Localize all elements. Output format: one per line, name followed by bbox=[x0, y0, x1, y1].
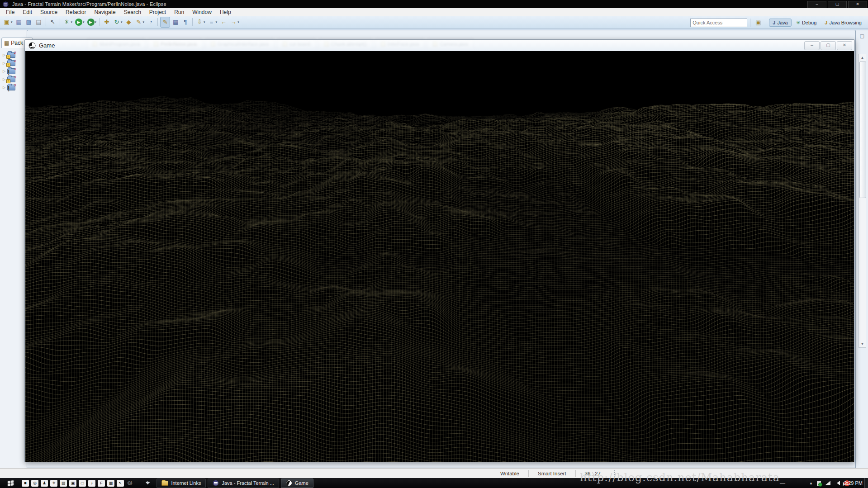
maximize-view-icon[interactable]: ▢ bbox=[860, 33, 864, 39]
project-tree-item[interactable]: ▷ ! bbox=[0, 83, 27, 91]
selection-icon[interactable]: ↖ bbox=[48, 17, 57, 27]
annotate-icon[interactable]: ✎ bbox=[134, 17, 146, 27]
pinned-app-8-icon[interactable]: ♪ bbox=[88, 480, 95, 487]
dropdown-caret-icon bbox=[216, 20, 218, 24]
new-java-project-icon[interactable]: ✚ bbox=[102, 17, 111, 27]
desktop: Java - Fractal Terrain Maker/src/Program… bbox=[0, 0, 868, 488]
print-icon[interactable]: ▤ bbox=[34, 17, 43, 27]
project-tree-item[interactable]: ▷ ! bbox=[0, 67, 27, 75]
show-desktop-button[interactable] bbox=[864, 478, 868, 488]
toolbar-separator bbox=[766, 19, 766, 27]
expand-arrow-icon[interactable]: ▷ bbox=[3, 69, 7, 73]
mark-occurrences-icon[interactable]: ✎ bbox=[160, 17, 170, 28]
perspective-button[interactable]: ✳ Debug bbox=[792, 19, 821, 27]
refresh-icon[interactable]: ↻ bbox=[112, 17, 123, 27]
menu-item[interactable]: Run bbox=[170, 9, 188, 16]
menubar: File Edit Source Refactor Navigate Searc… bbox=[0, 8, 868, 16]
java-project-folder-icon: ! bbox=[7, 85, 15, 90]
package-explorer-panel: ▦ Pack ▷ ! ▷ ! ▷ bbox=[0, 30, 27, 468]
game-close-button[interactable]: ✕ bbox=[837, 41, 852, 50]
quick-access-input[interactable] bbox=[690, 19, 747, 27]
workbench: ▦ Pack ▷ ! ▷ ! ▷ bbox=[0, 28, 868, 468]
terrain-canvas[interactable] bbox=[25, 51, 854, 462]
game-titlebar[interactable]: Game – ▢ ✕ bbox=[25, 40, 854, 52]
history-icon[interactable]: ◔ bbox=[146, 17, 155, 27]
save-all-icon[interactable]: ▩ bbox=[24, 17, 33, 27]
task-label: Internet Links bbox=[171, 480, 201, 486]
task-label: Java - Fractal Terrain ... bbox=[222, 480, 274, 486]
taskbar-task-button[interactable]: Game bbox=[281, 479, 313, 488]
team-icon[interactable]: ◆ bbox=[124, 17, 133, 27]
pinned-app-2-icon[interactable]: ◎ bbox=[31, 480, 38, 487]
close-button[interactable]: ✕ bbox=[848, 1, 867, 8]
hidden-icons-chevron[interactable]: ▲ bbox=[809, 481, 813, 485]
menu-item[interactable]: Search bbox=[120, 9, 145, 16]
pinned-app-4-icon[interactable]: ✳ bbox=[50, 480, 57, 487]
start-button[interactable] bbox=[4, 479, 17, 488]
project-tree-item[interactable]: ▷ ! bbox=[0, 75, 27, 83]
menu-item[interactable]: Source bbox=[36, 9, 62, 16]
import-icon[interactable]: ⇩ bbox=[195, 17, 206, 27]
perspective-label: Debug bbox=[802, 20, 816, 25]
perspective-icon: J bbox=[825, 20, 827, 25]
volume-icon[interactable] bbox=[835, 481, 840, 485]
project-tree-item[interactable]: ▷ ! bbox=[0, 59, 27, 67]
pinned-app-6-icon[interactable]: ▣ bbox=[69, 480, 76, 487]
task-label: Game bbox=[295, 480, 308, 486]
pinned-app-9-icon[interactable]: F bbox=[98, 480, 105, 487]
project-tree-item[interactable]: ▷ ! bbox=[0, 51, 27, 59]
menu-item[interactable]: Edit bbox=[19, 9, 36, 16]
back-icon[interactable]: ← bbox=[219, 17, 228, 27]
pinned-app-5-icon[interactable]: ▤ bbox=[60, 480, 67, 487]
windows-logo-icon bbox=[8, 480, 14, 486]
dropdown-caret-icon bbox=[83, 20, 85, 24]
forward-icon[interactable]: → bbox=[229, 17, 240, 27]
paragraph-icon[interactable]: ¶ bbox=[181, 17, 190, 27]
scroll-up-icon[interactable]: ▲ bbox=[859, 54, 866, 61]
warning-overlay-icon: ! bbox=[6, 63, 10, 67]
table-icon[interactable]: ▦ bbox=[171, 17, 180, 27]
restore-button[interactable]: ▢ bbox=[828, 1, 847, 8]
bat-icon[interactable]: ♠ bbox=[146, 479, 150, 487]
menu-item[interactable]: Help bbox=[216, 9, 235, 16]
run-icon[interactable]: ▶ bbox=[74, 17, 85, 27]
menu-item[interactable]: Window bbox=[188, 9, 216, 16]
menu-item[interactable]: Navigate bbox=[90, 9, 119, 16]
game-minimize-button[interactable]: – bbox=[804, 41, 820, 50]
open-perspective-button[interactable]: ▣ bbox=[754, 18, 763, 28]
pinned-app-3-icon[interactable]: ♟ bbox=[41, 480, 48, 487]
pinned-app-11-icon[interactable]: ↖ bbox=[117, 480, 124, 487]
toolbar-icons: ▣ ▦ ▩ ▤ ↖ bbox=[2, 17, 241, 28]
menu-item[interactable]: Project bbox=[145, 9, 170, 16]
usb-device-icon[interactable] bbox=[817, 481, 821, 486]
run-last-icon[interactable]: ▶ bbox=[86, 17, 98, 27]
recycle-bin-icon[interactable]: ♲ bbox=[126, 480, 133, 487]
task-app-icon bbox=[286, 480, 292, 486]
scrollbar-thumb[interactable] bbox=[859, 62, 866, 198]
perspective-button[interactable]: J Java bbox=[769, 19, 791, 27]
game-maximize-button[interactable]: ▢ bbox=[821, 41, 836, 50]
pinned-app-7-icon[interactable]: ▭ bbox=[79, 480, 86, 487]
scroll-down-icon[interactable]: ▼ bbox=[859, 341, 866, 347]
pinned-app-1-icon[interactable]: ■ bbox=[22, 480, 29, 487]
menu-item[interactable]: File bbox=[2, 9, 19, 16]
outline-icon[interactable]: ≡ bbox=[207, 17, 218, 27]
perspective-button[interactable]: J Java Browsing bbox=[821, 19, 865, 27]
java-project-folder-icon: ! bbox=[7, 68, 15, 74]
network-icon[interactable] bbox=[825, 481, 830, 485]
save-icon[interactable]: ▦ bbox=[14, 17, 24, 27]
open-perspective-icon: ▣ bbox=[754, 19, 762, 26]
taskbar-task-button[interactable]: Java - Fractal Terrain ... bbox=[208, 479, 279, 488]
expand-arrow-icon[interactable]: ▷ bbox=[3, 85, 7, 90]
window-controls: – ▢ ✕ bbox=[807, 1, 867, 8]
menu-item[interactable]: Refactor bbox=[62, 9, 90, 16]
editor-scrollbar[interactable]: ▲ ▼ bbox=[859, 54, 866, 348]
perspective-icon: ✳ bbox=[796, 20, 800, 26]
taskbar-clock[interactable]: 2:29 PM bbox=[844, 478, 863, 488]
taskbar-task-button[interactable]: Internet Links bbox=[157, 479, 206, 488]
task-app-icon bbox=[213, 480, 219, 486]
debug-icon[interactable]: ✳ bbox=[62, 17, 74, 27]
minimize-button[interactable]: – bbox=[807, 1, 826, 8]
pinned-app-10-icon[interactable]: ▦ bbox=[107, 480, 114, 487]
new-wizard-icon[interactable]: ▣ bbox=[2, 17, 14, 27]
